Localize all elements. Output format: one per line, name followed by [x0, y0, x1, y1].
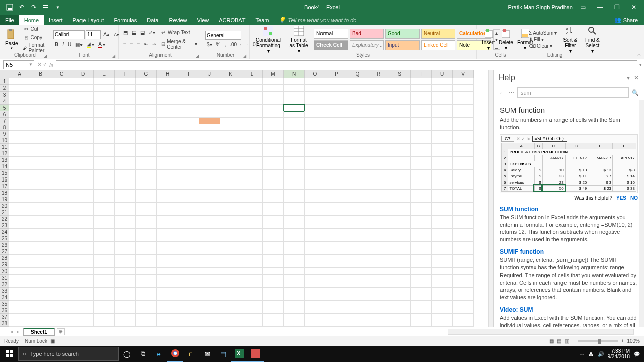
cell[interactable]: [326, 216, 347, 222]
add-sheet-button[interactable]: ⊕: [57, 328, 65, 335]
cell[interactable]: [157, 150, 178, 157]
cell[interactable]: [220, 242, 242, 248]
cell[interactable]: [178, 268, 199, 275]
cell[interactable]: [242, 261, 263, 268]
font-size-select[interactable]: [86, 30, 101, 39]
cell[interactable]: [72, 176, 94, 183]
cell[interactable]: [453, 196, 474, 203]
cell[interactable]: [30, 242, 51, 248]
cell[interactable]: [368, 288, 389, 294]
cell[interactable]: [453, 111, 474, 118]
cell[interactable]: [178, 183, 199, 190]
cell[interactable]: [432, 85, 453, 92]
cell[interactable]: [389, 163, 411, 170]
col-header[interactable]: B: [30, 70, 51, 78]
find-select-button[interactable]: Find & Select▾: [582, 24, 603, 55]
cell[interactable]: [305, 170, 326, 176]
cell[interactable]: [9, 98, 30, 105]
cell[interactable]: [94, 124, 115, 131]
cell[interactable]: [347, 281, 368, 288]
cell[interactable]: [453, 288, 474, 294]
col-header[interactable]: E: [94, 70, 115, 78]
cell[interactable]: [51, 281, 72, 288]
cell[interactable]: [72, 255, 94, 261]
cell[interactable]: [305, 105, 326, 111]
cell[interactable]: [326, 163, 347, 170]
cell[interactable]: [178, 150, 199, 157]
cell[interactable]: [136, 85, 157, 92]
cell[interactable]: [115, 111, 136, 118]
tab-data[interactable]: Data: [142, 15, 164, 25]
cell[interactable]: [136, 137, 157, 144]
cell[interactable]: [94, 176, 115, 183]
cell[interactable]: [220, 170, 242, 176]
cell[interactable]: [72, 98, 94, 105]
cell[interactable]: [115, 170, 136, 176]
cell[interactable]: [157, 190, 178, 196]
cell[interactable]: [51, 98, 72, 105]
cell[interactable]: [347, 261, 368, 268]
orientation-icon[interactable]: ⤢▾: [147, 29, 157, 36]
cell[interactable]: [157, 131, 178, 137]
cell[interactable]: [453, 261, 474, 268]
cell[interactable]: [136, 248, 157, 255]
cell[interactable]: [157, 144, 178, 150]
cell[interactable]: [199, 163, 220, 170]
cell[interactable]: [30, 294, 51, 301]
cell[interactable]: [94, 320, 115, 327]
cell[interactable]: [263, 216, 284, 222]
cell[interactable]: [157, 248, 178, 255]
cell[interactable]: [284, 222, 305, 229]
cell[interactable]: [326, 314, 347, 320]
cell[interactable]: [242, 170, 263, 176]
cell[interactable]: [115, 85, 136, 92]
cell[interactable]: [30, 190, 51, 196]
cell[interactable]: [136, 131, 157, 137]
worksheet-grid[interactable]: ABCDEFGHIJKLMNOPQRSTUV123456789101112131…: [0, 70, 488, 327]
cell[interactable]: [115, 209, 136, 216]
cell[interactable]: [389, 203, 411, 209]
copy-button[interactable]: ⎘Copy: [21, 33, 48, 41]
cell[interactable]: [432, 176, 453, 183]
cell[interactable]: [284, 124, 305, 131]
help-options-icon[interactable]: ▾: [627, 74, 630, 81]
cell[interactable]: [115, 242, 136, 248]
cell[interactable]: [30, 314, 51, 320]
cell[interactable]: [115, 190, 136, 196]
cell[interactable]: [9, 170, 30, 176]
cell[interactable]: [284, 150, 305, 157]
cell[interactable]: [157, 320, 178, 327]
cell[interactable]: [411, 294, 432, 301]
cell[interactable]: [115, 248, 136, 255]
cell[interactable]: [51, 124, 72, 131]
cell[interactable]: [326, 301, 347, 307]
row-header[interactable]: 5: [0, 105, 9, 111]
cell[interactable]: [199, 248, 220, 255]
cell[interactable]: [94, 307, 115, 314]
cell[interactable]: [432, 137, 453, 144]
cell[interactable]: [453, 314, 474, 320]
cell[interactable]: [136, 320, 157, 327]
cell[interactable]: [242, 144, 263, 150]
cell[interactable]: [242, 242, 263, 248]
cell[interactable]: [94, 118, 115, 124]
cell[interactable]: [136, 111, 157, 118]
cell[interactable]: [136, 105, 157, 111]
view-normal-icon[interactable]: ▦: [549, 338, 554, 344]
col-header[interactable]: D: [72, 70, 94, 78]
cell[interactable]: [284, 92, 305, 98]
cell[interactable]: [284, 105, 305, 111]
cell[interactable]: [220, 261, 242, 268]
cell[interactable]: [157, 111, 178, 118]
cell[interactable]: [389, 98, 411, 105]
cell[interactable]: [347, 275, 368, 281]
cell[interactable]: [115, 124, 136, 131]
cell[interactable]: [347, 144, 368, 150]
cell[interactable]: [389, 124, 411, 131]
enter-formula-icon[interactable]: ✓: [43, 61, 47, 68]
cell[interactable]: [115, 288, 136, 294]
cell[interactable]: [284, 196, 305, 203]
cell[interactable]: [242, 203, 263, 209]
cell[interactable]: [389, 92, 411, 98]
help-more-icon[interactable]: ⋯: [509, 89, 514, 96]
